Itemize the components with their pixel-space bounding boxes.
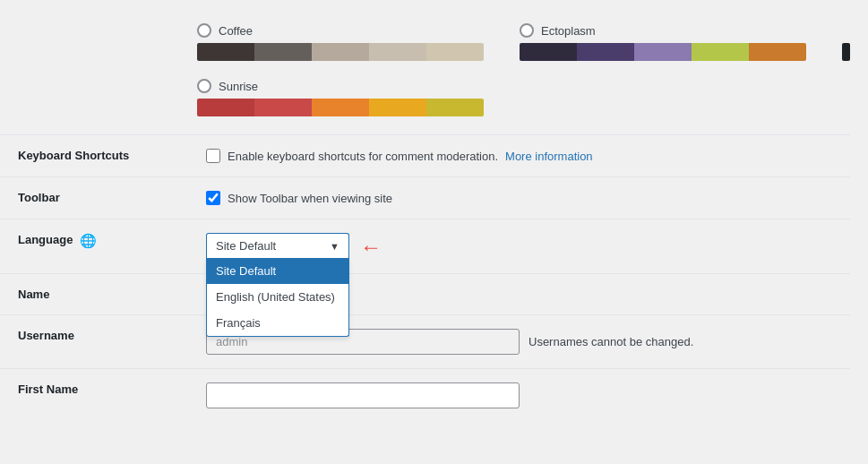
ecto-swatch-4 xyxy=(692,43,749,61)
keyboard-shortcuts-control: Enable keyboard shortcuts for comment mo… xyxy=(197,135,850,177)
language-row: Language 🌐 Site Default ▼ xyxy=(0,219,850,274)
language-dropdown-menu[interactable]: Site Default English (United States) Fra… xyxy=(206,258,349,337)
language-label: Language 🌐 xyxy=(0,219,197,274)
keyboard-shortcuts-label: Keyboard Shortcuts xyxy=(0,135,197,177)
settings-page: Coffee Ectoplasm xyxy=(0,0,868,464)
sunrise-color-bar xyxy=(197,99,484,116)
first-name-label: First Name xyxy=(0,369,197,423)
sunrise-swatch-4 xyxy=(369,99,426,116)
coffee-swatch-3 xyxy=(312,43,369,61)
coffee-swatch-2 xyxy=(254,43,312,61)
first-name-input[interactable] xyxy=(206,382,520,408)
ectoplasm-color-bar xyxy=(520,43,806,61)
sunrise-swatch-2 xyxy=(254,99,312,116)
sunrise-label[interactable]: Sunrise xyxy=(197,79,850,93)
translate-icon: 🌐 xyxy=(80,233,97,249)
username-note: Usernames cannot be changed. xyxy=(529,335,693,348)
coffee-swatch-1 xyxy=(197,43,254,61)
ectoplasm-radio[interactable] xyxy=(520,23,534,38)
coffee-radio[interactable] xyxy=(197,23,211,38)
theme-ectoplasm[interactable]: Ectoplasm xyxy=(520,23,806,61)
language-option-site-default[interactable]: Site Default xyxy=(207,258,348,284)
language-control: Site Default ▼ Site Default English (Uni… xyxy=(197,219,850,274)
ecto-swatch-2 xyxy=(577,43,634,61)
sunrise-radio[interactable] xyxy=(197,79,211,93)
coffee-color-bar xyxy=(197,43,484,61)
name-label: Name xyxy=(0,274,197,315)
theme-swatches-row: Coffee Ectoplasm xyxy=(0,14,850,70)
coffee-swatch-4 xyxy=(369,43,426,61)
sunrise-swatch-3 xyxy=(312,99,369,116)
toolbar-checkbox[interactable] xyxy=(206,191,220,205)
sunrise-swatch-1 xyxy=(197,99,254,116)
username-row: Username Usernames cannot be changed. xyxy=(0,315,850,369)
name-row: Name xyxy=(0,274,850,315)
ecto-swatch-1 xyxy=(520,43,577,61)
coffee-text: Coffee xyxy=(219,24,253,38)
sunrise-swatch-5 xyxy=(426,99,484,116)
language-dropdown-trigger[interactable]: Site Default ▼ xyxy=(206,233,349,258)
edge-swatch xyxy=(842,43,850,61)
keyboard-shortcuts-checkbox-label[interactable]: Enable keyboard shortcuts for comment mo… xyxy=(228,150,498,163)
ecto-swatch-3 xyxy=(634,43,692,61)
first-name-row: First Name xyxy=(0,369,850,423)
username-label: Username xyxy=(0,315,197,369)
arrow-indicator: ← xyxy=(360,233,382,260)
chevron-down-icon: ▼ xyxy=(330,241,339,252)
ecto-swatch-5 xyxy=(749,43,806,61)
keyboard-shortcuts-row: Keyboard Shortcuts Enable keyboard short… xyxy=(0,135,850,177)
coffee-label[interactable]: Coffee xyxy=(197,23,484,38)
keyboard-shortcuts-checkbox-row: Enable keyboard shortcuts for comment mo… xyxy=(206,149,841,163)
language-dropdown-container[interactable]: Site Default ▼ Site Default English (Uni… xyxy=(206,233,349,258)
theme-coffee[interactable]: Coffee xyxy=(197,23,484,61)
toolbar-checkbox-row: Show Toolbar when viewing site xyxy=(206,191,841,205)
language-control-row: Site Default ▼ Site Default English (Uni… xyxy=(206,233,841,260)
sunrise-text: Sunrise xyxy=(219,80,258,93)
content-area: Coffee Ectoplasm xyxy=(0,0,868,436)
language-option-english[interactable]: English (United States) xyxy=(207,284,348,310)
settings-table: Keyboard Shortcuts Enable keyboard short… xyxy=(0,134,850,422)
language-selected: Site Default xyxy=(216,239,276,253)
ectoplasm-text: Ectoplasm xyxy=(541,24,596,38)
sunrise-row[interactable]: Sunrise xyxy=(0,79,850,134)
toolbar-row: Toolbar Show Toolbar when viewing site xyxy=(0,177,850,219)
first-name-control xyxy=(197,369,850,423)
toolbar-label: Toolbar xyxy=(0,177,197,219)
ectoplasm-label[interactable]: Ectoplasm xyxy=(520,23,806,38)
toolbar-checkbox-label[interactable]: Show Toolbar when viewing site xyxy=(228,192,392,205)
language-option-francais[interactable]: Français xyxy=(207,310,348,336)
keyboard-shortcuts-checkbox[interactable] xyxy=(206,149,220,163)
toolbar-control: Show Toolbar when viewing site xyxy=(197,177,850,219)
coffee-swatch-5 xyxy=(426,43,484,61)
more-info-link[interactable]: More information xyxy=(505,150,593,163)
